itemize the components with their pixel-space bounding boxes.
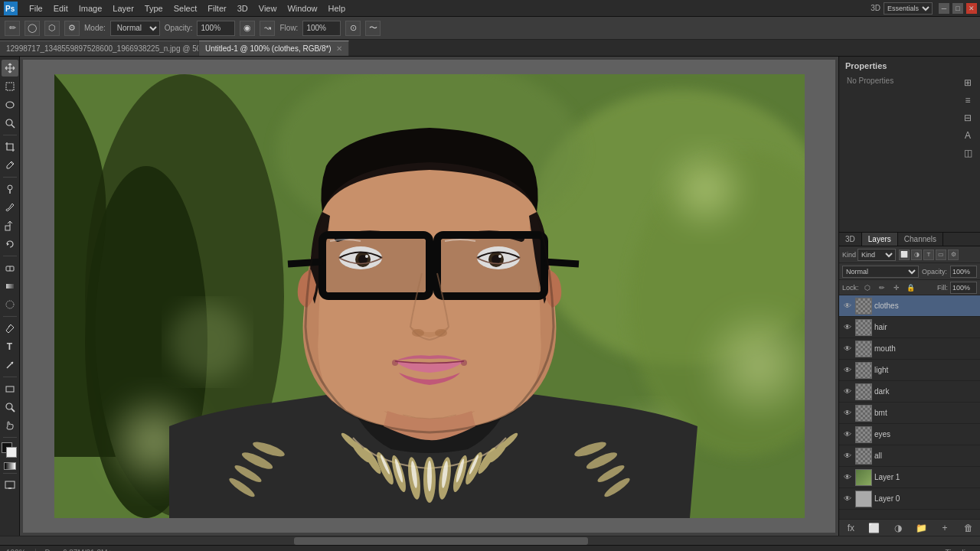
lock-transparent-btn[interactable]: ⬡ bbox=[861, 282, 874, 294]
layer-row-layer1[interactable]: 👁 Layer 1 bbox=[839, 467, 980, 488]
filter-type-btn[interactable]: T bbox=[923, 249, 934, 260]
menu-layer[interactable]: Layer bbox=[108, 2, 139, 15]
history-brush-tool[interactable] bbox=[2, 236, 18, 253]
brush-options-icon[interactable]: ✏ bbox=[5, 21, 20, 36]
eyedropper-tool[interactable] bbox=[2, 157, 18, 174]
crop-tool[interactable] bbox=[2, 139, 18, 155]
layer-adjust-btn[interactable]: ◑ bbox=[891, 521, 905, 535]
layer-mask-btn[interactable]: ⬜ bbox=[867, 521, 881, 535]
quick-select-tool[interactable] bbox=[2, 115, 18, 132]
minimize-button[interactable]: ─ bbox=[939, 3, 949, 14]
menu-type[interactable]: Type bbox=[140, 2, 168, 15]
scroll-thumb-horizontal[interactable] bbox=[294, 537, 588, 545]
lock-position-btn[interactable]: ✛ bbox=[890, 282, 903, 294]
blend-mode-select[interactable]: Normal Multiply Screen Overlay bbox=[110, 21, 160, 36]
tab-3d[interactable]: 3D bbox=[839, 233, 862, 246]
lasso-tool[interactable] bbox=[2, 96, 18, 113]
pen-tool[interactable] bbox=[2, 320, 18, 337]
tab-0[interactable]: 12998717_1348559897528600_1966938225_n.j… bbox=[0, 41, 199, 56]
path-select-tool[interactable] bbox=[2, 357, 18, 373]
tab-1[interactable]: Untitled-1 @ 100% (clothes, RGB/8*) ✕ bbox=[199, 41, 349, 56]
menu-window[interactable]: Window bbox=[283, 2, 322, 15]
shape-tool[interactable] bbox=[2, 380, 18, 397]
clone-stamp-tool[interactable] bbox=[2, 217, 18, 234]
layer-eye-clothes[interactable]: 👁 bbox=[842, 301, 853, 311]
canvas-container[interactable] bbox=[23, 60, 835, 533]
layer-eye-mouth[interactable]: 👁 bbox=[842, 344, 853, 354]
filter-select[interactable]: Kind bbox=[858, 249, 896, 261]
lock-all-btn[interactable]: 🔒 bbox=[905, 282, 917, 294]
quick-mask-icon[interactable] bbox=[4, 462, 16, 470]
layer-eye-dark[interactable]: 👁 bbox=[842, 386, 853, 397]
layer-row-all[interactable]: 👁 all bbox=[839, 445, 980, 467]
close-button[interactable]: ✕ bbox=[966, 3, 977, 14]
menu-edit[interactable]: Edit bbox=[49, 2, 73, 15]
layer-eye-bmt[interactable]: 👁 bbox=[842, 408, 853, 419]
menu-help[interactable]: Help bbox=[324, 2, 351, 15]
gradient-tool[interactable] bbox=[2, 278, 18, 295]
zoom-tool[interactable] bbox=[2, 399, 18, 416]
panel-icon-2[interactable]: ≡ bbox=[960, 93, 975, 108]
color-swatch[interactable] bbox=[2, 442, 18, 459]
layer-group-btn[interactable]: 📁 bbox=[914, 521, 928, 535]
menu-view[interactable]: View bbox=[254, 2, 282, 15]
filter-adjust-btn[interactable]: ◑ bbox=[911, 249, 922, 260]
layer-delete-btn[interactable]: 🗑 bbox=[962, 521, 975, 535]
brush-hardness-icon[interactable]: ⬡ bbox=[44, 21, 60, 36]
type-tool[interactable]: T bbox=[2, 338, 18, 355]
flow-icon[interactable]: ↝ bbox=[260, 21, 275, 36]
layer-row-bmt[interactable]: 👁 bmt bbox=[839, 403, 980, 424]
layer-eye-light[interactable]: 👁 bbox=[842, 365, 853, 376]
filter-smart-btn[interactable]: ⚙ bbox=[948, 249, 959, 260]
brush-size-icon[interactable]: ◯ bbox=[24, 21, 40, 36]
eraser-tool[interactable] bbox=[2, 259, 18, 276]
menu-3d[interactable]: 3D bbox=[233, 2, 253, 15]
layer-row-layer0[interactable]: 👁 Layer 0 bbox=[839, 488, 980, 510]
airbrush-icon[interactable]: ◉ bbox=[240, 21, 255, 36]
select-rect-tool[interactable] bbox=[2, 78, 18, 95]
menu-file[interactable]: File bbox=[24, 2, 47, 15]
pressure-icon[interactable]: ⊙ bbox=[345, 21, 361, 36]
layer-eye-hair[interactable]: 👁 bbox=[842, 322, 853, 333]
panel-icon-5[interactable]: ◫ bbox=[960, 145, 975, 161]
filter-pixel-btn[interactable]: ⬜ bbox=[899, 249, 910, 260]
maximize-button[interactable]: □ bbox=[952, 3, 963, 14]
opacity-input[interactable] bbox=[197, 21, 235, 36]
tab-1-close[interactable]: ✕ bbox=[336, 44, 342, 53]
flow-input[interactable] bbox=[302, 21, 341, 36]
layer-row-clothes[interactable]: 👁 clothes bbox=[839, 295, 980, 317]
tab-layers[interactable]: Layers bbox=[862, 233, 898, 246]
move-tool[interactable] bbox=[2, 60, 18, 77]
layer-row-hair[interactable]: 👁 hair bbox=[839, 317, 980, 338]
filter-shape-btn[interactable]: ▭ bbox=[936, 249, 946, 260]
blur-tool[interactable] bbox=[2, 296, 18, 313]
smoothing-icon[interactable]: 〜 bbox=[365, 21, 381, 36]
brush-tool[interactable] bbox=[2, 199, 18, 216]
layer-eye-eyes[interactable]: 👁 bbox=[842, 429, 853, 440]
lock-pixels-btn[interactable]: ✏ bbox=[876, 282, 888, 294]
tab-channels[interactable]: Channels bbox=[898, 233, 943, 246]
menu-filter[interactable]: Filter bbox=[203, 2, 230, 15]
layer-eye-layer0[interactable]: 👁 bbox=[842, 494, 853, 504]
healing-brush-tool[interactable] bbox=[2, 181, 18, 197]
panel-icon-4[interactable]: A bbox=[960, 128, 975, 143]
layer-row-dark[interactable]: 👁 dark bbox=[839, 381, 980, 403]
layer-eye-all[interactable]: 👁 bbox=[842, 451, 853, 461]
layer-new-btn[interactable]: + bbox=[938, 521, 952, 535]
brush-settings-icon[interactable]: ⚙ bbox=[64, 21, 80, 36]
layer-row-eyes[interactable]: 👁 eyes bbox=[839, 424, 980, 445]
menu-image[interactable]: Image bbox=[74, 2, 107, 15]
layers-opacity-input[interactable] bbox=[950, 266, 977, 278]
layer-row-light[interactable]: 👁 light bbox=[839, 360, 980, 381]
layers-blend-select[interactable]: Normal Multiply Screen bbox=[842, 266, 919, 278]
workspace-select[interactable]: Essentials bbox=[884, 2, 933, 15]
layers-fill-input[interactable] bbox=[950, 282, 977, 294]
h-scrollbar[interactable] bbox=[0, 536, 980, 545]
layer-eye-layer1[interactable]: 👁 bbox=[842, 472, 853, 483]
layer-fx-btn[interactable]: fx bbox=[844, 521, 858, 535]
panel-icon-3[interactable]: ⊟ bbox=[960, 110, 975, 126]
hand-tool[interactable] bbox=[2, 417, 18, 434]
layer-row-mouth[interactable]: 👁 mouth bbox=[839, 338, 980, 360]
menu-select[interactable]: Select bbox=[169, 2, 202, 15]
screen-mode-btn[interactable] bbox=[2, 477, 18, 494]
